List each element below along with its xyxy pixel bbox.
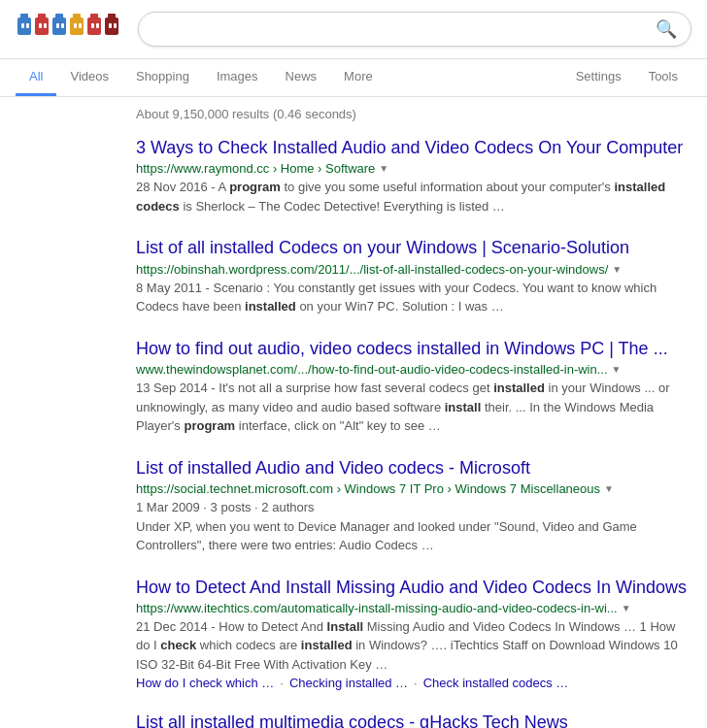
tab-images[interactable]: Images: [203, 59, 272, 96]
search-bar[interactable]: list installed codecs freeware 🔍: [138, 12, 691, 47]
result-link[interactable]: Checking installed …: [289, 676, 408, 690]
nav-right: Settings Tools: [562, 59, 691, 96]
svg-rect-19: [96, 23, 99, 28]
logo: [16, 10, 122, 49]
svg-rect-22: [109, 23, 112, 28]
result-item: 3 Ways to Check Installed Audio and Vide…: [136, 137, 691, 215]
svg-rect-21: [108, 14, 116, 19]
header: list installed codecs freeware 🔍: [0, 0, 707, 59]
svg-rect-2: [21, 23, 24, 28]
nav-tabs: All Videos Shopping Images News More Set…: [0, 59, 707, 97]
dropdown-arrow-icon: ▼: [612, 364, 622, 375]
result-item: How to find out audio, video codecs inst…: [136, 338, 691, 436]
search-icon[interactable]: 🔍: [656, 18, 677, 40]
result-date: 8 May 2011: [136, 281, 202, 295]
result-title[interactable]: How to Detect And Install Missing Audio …: [136, 577, 691, 599]
results-container: About 9,150,000 results (0.46 seconds) 3…: [0, 97, 707, 728]
result-title[interactable]: List all installed multimedia codecs - g…: [136, 711, 691, 728]
result-links: How do I check which … · Checking instal…: [136, 676, 691, 690]
result-date: 28 Nov 2016: [136, 180, 208, 194]
result-url: https://obinshah.wordpress.com/2011/.../…: [136, 262, 691, 277]
result-date: 13 Sep 2014: [136, 381, 208, 395]
dropdown-arrow-icon: ▼: [622, 603, 631, 613]
svg-rect-13: [73, 14, 81, 19]
result-item: How to Detect And Install Missing Audio …: [136, 577, 691, 691]
result-title[interactable]: List of installed Audio and Video codecs…: [136, 457, 691, 480]
result-link[interactable]: Check installed codecs …: [423, 676, 569, 690]
result-item: List of installed Audio and Video codecs…: [136, 457, 691, 555]
result-url: www.thewindowsplanet.com/.../how-to-find…: [136, 362, 691, 377]
svg-rect-7: [44, 23, 47, 28]
svg-rect-17: [90, 14, 98, 19]
svg-rect-11: [61, 23, 64, 28]
tab-more[interactable]: More: [330, 59, 387, 96]
result-snippet: 28 Nov 2016 - A program to give you some…: [136, 178, 691, 215]
svg-rect-3: [26, 23, 29, 28]
dropdown-arrow-icon: ▼: [604, 483, 614, 494]
tab-settings[interactable]: Settings: [562, 59, 635, 96]
svg-rect-5: [38, 14, 46, 19]
results-count: About 9,150,000 results (0.46 seconds): [136, 107, 691, 121]
result-url: https://social.technet.microsoft.com › W…: [136, 481, 691, 496]
result-url: https://www.itechtics.com/automatically-…: [136, 601, 691, 615]
tab-all[interactable]: All: [16, 59, 56, 96]
result-snippet: 1 Mar 2009 · 3 posts · 2 authors Under X…: [136, 498, 691, 555]
result-url: https://www.raymond.cc › Home › Software…: [136, 161, 691, 176]
result-title[interactable]: List of all installed Codecs on your Win…: [136, 237, 691, 259]
result-snippet: 21 Dec 2014 - How to Detect And Install …: [136, 617, 691, 675]
result-date: 1 Mar 2009 · 3 posts · 2 authors: [136, 500, 315, 514]
result-snippet: 8 May 2011 - Scenario : You constantly g…: [136, 279, 691, 316]
tab-tools[interactable]: Tools: [635, 59, 691, 96]
tab-videos[interactable]: Videos: [56, 59, 122, 96]
tab-shopping[interactable]: Shopping: [122, 59, 203, 96]
result-date: 21 Dec 2014: [136, 619, 208, 634]
svg-rect-6: [39, 23, 42, 28]
result-item: List of all installed Codecs on your Win…: [136, 237, 691, 315]
svg-rect-15: [79, 23, 82, 28]
svg-rect-18: [91, 23, 94, 28]
result-snippet: 13 Sep 2014 - It's not all a surprise ho…: [136, 379, 691, 436]
tab-news[interactable]: News: [272, 59, 331, 96]
svg-rect-10: [56, 23, 59, 28]
result-title[interactable]: 3 Ways to Check Installed Audio and Vide…: [136, 137, 691, 159]
result-title[interactable]: How to find out audio, video codecs inst…: [136, 338, 691, 360]
result-item: List all installed multimedia codecs - g…: [136, 711, 691, 728]
logo-image: [16, 10, 122, 49]
svg-rect-1: [20, 14, 28, 19]
dropdown-arrow-icon: ▼: [379, 163, 388, 174]
svg-rect-14: [74, 23, 77, 28]
dropdown-arrow-icon: ▼: [612, 264, 622, 275]
svg-rect-9: [55, 14, 63, 19]
svg-rect-23: [114, 23, 117, 28]
result-link[interactable]: How do I check which …: [136, 676, 274, 690]
search-input[interactable]: list installed codecs freeware: [152, 20, 656, 38]
